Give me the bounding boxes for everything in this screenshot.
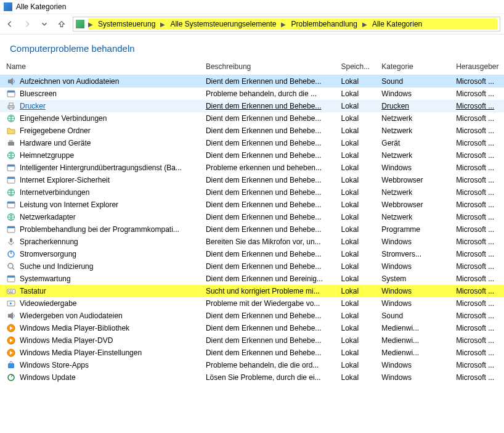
row-desc: Dient dem Erkennen und Behebe... [206, 176, 321, 184]
table-row[interactable]: Problembehandlung bei der Programmkompat… [0, 223, 504, 236]
table-row[interactable]: Suche und IndizierungDient dem Erkennen … [0, 260, 504, 273]
table-row[interactable]: SystemwartungDient dem Erkennen und Bere… [0, 273, 504, 285]
row-name[interactable]: Windows Media Player-DVD [20, 336, 113, 345]
row-name[interactable]: Aufzeichnen von Audiodateien [20, 77, 119, 86]
row-publisher: Microsoft ... [456, 200, 494, 209]
col-header-desc[interactable]: Beschreibung [200, 59, 335, 75]
row-name[interactable]: Bluescreen [20, 89, 57, 98]
row-name[interactable]: Internet Explorer-Sicherheit [20, 176, 110, 184]
row-name[interactable]: Internetverbindungen [20, 188, 89, 197]
table-row[interactable]: SpracherkennungBereiten Sie das Mikrofon… [0, 236, 504, 248]
nav-forward-button[interactable] [21, 18, 33, 30]
row-publisher: Microsoft ... [456, 250, 494, 258]
row-desc: Dient dem Erkennen und Behebe... [206, 213, 321, 221]
table-row[interactable]: Intelligenter Hintergrundübertragungsdie… [0, 162, 504, 174]
table-row[interactable]: NetzwerkadapterDient dem Erkennen und Be… [0, 211, 504, 223]
row-name[interactable]: Wiedergeben von Audiodateien [20, 311, 123, 320]
table-row[interactable]: Aufzeichnen von AudiodateienDient dem Er… [0, 75, 504, 88]
address-bar[interactable]: ▶ Systemsteuerung ▶ Alle Systemsteuerung… [73, 17, 500, 31]
row-name[interactable]: Videowiedergabe [20, 299, 77, 308]
row-name[interactable]: Freigegebene Ordner [20, 126, 91, 135]
row-name[interactable]: Windows Store-Apps [20, 361, 89, 369]
row-publisher: Microsoft ... [456, 176, 494, 184]
row-desc: Dient dem Erkennen und Behebe... [206, 200, 321, 209]
hardware-icon [6, 138, 16, 148]
table-row[interactable]: Freigegebene OrdnerDient dem Erkennen un… [0, 125, 504, 137]
breadcrumb-item[interactable]: Alle Systemsteuerungselemente [168, 19, 278, 30]
row-category: Netzwerk [381, 114, 412, 123]
row-location: Lokal [341, 114, 359, 123]
row-name[interactable]: Heimnetzgruppe [20, 151, 74, 160]
recent-locations-button[interactable] [38, 18, 51, 30]
net-icon [6, 188, 16, 197]
breadcrumb-item[interactable]: Problembehandlung [288, 19, 359, 30]
col-header-name[interactable]: Name [0, 59, 200, 75]
row-location: Lokal [341, 299, 359, 308]
row-name[interactable]: Windows Media Player-Einstellungen [20, 348, 142, 357]
row-name[interactable]: Eingehende Verbindungen [20, 114, 107, 123]
audio-play-icon [6, 311, 16, 321]
update-icon [6, 373, 16, 382]
row-category: Windows [381, 361, 412, 369]
breadcrumb-item[interactable]: Alle Kategorien [370, 19, 425, 30]
row-publisher: Microsoft ... [456, 188, 494, 197]
ie-shield-icon [6, 175, 16, 185]
row-name[interactable]: Stromversorgung [20, 250, 76, 258]
row-name[interactable]: Hardware und Geräte [20, 139, 91, 147]
table-row[interactable]: Windows Media Player-BibliothekDient dem… [0, 322, 504, 334]
table-row[interactable]: Windows UpdateLösen Sie Probleme, durch … [0, 371, 504, 384]
wmp-icon [6, 323, 16, 333]
table-row[interactable]: VideowiedergabeProbleme mit der Wiederga… [0, 297, 504, 310]
row-name[interactable]: Netzwerkadapter [20, 213, 76, 221]
row-name[interactable]: Windows Media Player-Bibliothek [20, 324, 129, 332]
row-name[interactable]: Systemwartung [20, 274, 71, 283]
row-desc: Probleme erkennen und beheben... [206, 163, 322, 172]
row-name[interactable]: Leistung von Internet Explorer [20, 200, 118, 209]
row-location: Lokal [341, 213, 359, 221]
row-name[interactable]: Problembehandlung bei der Programmkompat… [20, 225, 179, 234]
table-row[interactable]: InternetverbindungenDient dem Erkennen u… [0, 186, 504, 199]
nav-back-button[interactable] [4, 18, 16, 30]
row-category: Netzwerk [381, 213, 412, 221]
row-desc: Dient dem Erkennen und Behebe... [206, 336, 321, 345]
table-row[interactable]: DruckerDient dem Erkennen und Behebe...L… [0, 100, 504, 112]
row-location: Lokal [341, 188, 359, 197]
row-publisher: Microsoft ... [456, 163, 494, 172]
table-row[interactable]: Eingehende VerbindungenDient dem Erkenne… [0, 112, 504, 125]
row-name[interactable]: Tastatur [20, 287, 46, 295]
row-name[interactable]: Spracherkennung [20, 237, 78, 246]
col-header-cat[interactable]: Kategorie [375, 59, 450, 75]
table-row[interactable]: TastaturSucht und korrigiert Probleme mi… [0, 285, 504, 297]
table-row[interactable]: Leistung von Internet ExplorerDient dem … [0, 199, 504, 211]
col-header-pub[interactable]: Herausgeber [450, 59, 504, 75]
chevron-right-icon[interactable]: ▶ [87, 21, 94, 28]
keyboard-icon [6, 286, 16, 296]
row-name[interactable]: Suche und Indizierung [20, 262, 93, 271]
table-row[interactable]: Windows Media Player-DVDDient dem Erkenn… [0, 334, 504, 347]
ie-perf-icon [6, 200, 16, 210]
table-row[interactable]: Hardware und GeräteDient dem Erkennen un… [0, 137, 504, 149]
row-name[interactable]: Windows Update [20, 373, 76, 382]
row-name[interactable]: Intelligenter Hintergrundübertragungsdie… [20, 163, 182, 172]
nav-up-button[interactable] [55, 18, 68, 30]
breadcrumb-item[interactable]: Systemsteuerung [96, 19, 158, 30]
row-location: Lokal [341, 139, 359, 147]
table-row[interactable]: BluescreenProbleme behandeln, durch die … [0, 88, 504, 100]
row-location: Lokal [341, 324, 359, 332]
row-name[interactable]: Drucker [20, 102, 46, 110]
chevron-right-icon[interactable]: ▶ [280, 21, 287, 28]
breadcrumb: ▶ Systemsteuerung ▶ Alle Systemsteuerung… [87, 19, 425, 30]
row-location: Lokal [341, 163, 359, 172]
row-category: Medienwi... [381, 324, 419, 332]
col-header-loc[interactable]: Speich... [335, 59, 375, 75]
net-in-icon [6, 113, 16, 123]
row-category: Windows [381, 163, 412, 172]
table-row[interactable]: Windows Store-AppsProbleme behandeln, di… [0, 359, 504, 371]
table-row[interactable]: Windows Media Player-EinstellungenDient … [0, 347, 504, 359]
table-row[interactable]: Internet Explorer-SicherheitDient dem Er… [0, 174, 504, 186]
table-row[interactable]: HeimnetzgruppeDient dem Erkennen und Beh… [0, 149, 504, 162]
chevron-right-icon[interactable]: ▶ [361, 21, 368, 28]
table-row[interactable]: StromversorgungDient dem Erkennen und Be… [0, 248, 504, 260]
chevron-right-icon[interactable]: ▶ [159, 21, 166, 28]
table-row[interactable]: Wiedergeben von AudiodateienDient dem Er… [0, 310, 504, 322]
